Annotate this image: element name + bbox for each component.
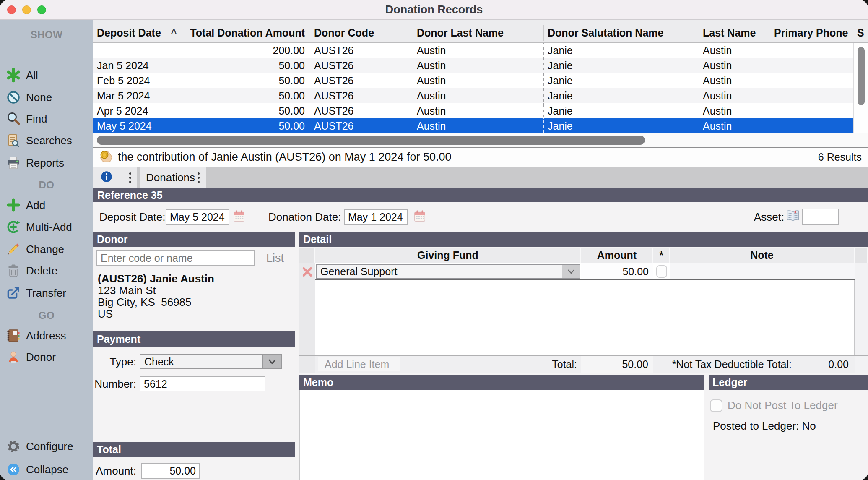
cell-amount: 200.00: [177, 43, 310, 58]
detail-column-note: Note: [670, 248, 855, 263]
payment-number-input[interactable]: [140, 376, 265, 391]
address-book-icon: [5, 327, 22, 344]
not-tax-deductible-checkbox[interactable]: [656, 265, 667, 278]
drag-handle-icon[interactable]: [198, 172, 200, 183]
memo-textarea[interactable]: [299, 390, 704, 480]
horizontal-scrollbar[interactable]: [93, 133, 868, 147]
empty-star-column: [653, 280, 670, 355]
giving-fund-cell: General Support: [315, 263, 581, 280]
column-header-primary-phone[interactable]: Primary Phone: [770, 25, 853, 41]
detail-total-value: 50.00: [581, 356, 653, 373]
sidebar-item-multi-add[interactable]: Multi-Add: [0, 219, 93, 235]
asset-book-icon[interactable]: [785, 208, 801, 226]
cell-donor-salutation-name: Janie: [544, 73, 699, 88]
sidebar-item-reports[interactable]: Reports: [0, 154, 93, 171]
donation-date-input[interactable]: [344, 209, 408, 225]
app-window: Donation Records SHOW All None Find Sear…: [0, 0, 868, 480]
asset-input[interactable]: [802, 209, 839, 225]
column-header-partial[interactable]: S: [853, 25, 868, 41]
printer-icon: [5, 154, 22, 171]
deposit-date-input[interactable]: [166, 209, 229, 225]
asset-label: Asset:: [754, 211, 784, 224]
donor-search-input[interactable]: [96, 250, 255, 266]
tab-donations[interactable]: Donations: [140, 167, 206, 188]
column-header-label: Deposit Date: [97, 27, 161, 39]
not-tax-deductible-label: *Not Tax Deductible Total:: [672, 358, 792, 370]
cell-last-name: Austin: [699, 73, 770, 88]
do-not-post-checkbox[interactable]: [710, 399, 722, 412]
total-amount-input[interactable]: [141, 463, 200, 479]
calendar-icon[interactable]: [413, 209, 427, 225]
vertical-scrollbar[interactable]: [853, 43, 868, 133]
column-header-donor-code[interactable]: Donor Code: [310, 25, 413, 41]
empty-amount-column: [581, 280, 653, 355]
footer-note-column: *Not Tax Deductible Total: 0.00: [670, 356, 855, 373]
calendar-icon[interactable]: [232, 209, 246, 225]
chevron-down-icon[interactable]: [562, 265, 580, 278]
detail-gutter: [855, 280, 868, 355]
memo-section-header: Memo: [299, 375, 704, 390]
magnifier-icon: [5, 110, 22, 127]
payment-type-value: Check: [140, 355, 262, 368]
sidebar-item-find[interactable]: Find: [0, 110, 93, 127]
cell-amount: 50.00: [177, 73, 310, 88]
sidebar-item-add[interactable]: Add: [0, 197, 93, 214]
donor-country: US: [98, 308, 295, 320]
total-section-header: Total: [93, 442, 295, 457]
detail-column-gutter: [855, 248, 868, 263]
cell-donor-last-name: Austin: [413, 88, 544, 103]
table-row-selected[interactable]: May 5 2024 50.00 AUST26 Austin Janie Aus…: [93, 118, 853, 133]
sidebar-item-label: Address: [26, 329, 66, 342]
column-header-total-donation-amount[interactable]: Total Donation Amount: [177, 25, 310, 41]
detail-table-header: Giving Fund Amount * Note: [299, 248, 868, 263]
window-title: Donation Records: [0, 3, 868, 16]
sidebar-item-collapse[interactable]: Collapse: [0, 461, 93, 478]
column-header-last-name[interactable]: Last Name: [699, 25, 770, 41]
cell-donor-code: AUST26: [310, 58, 413, 73]
cell-donor-salutation-name: Janie: [544, 43, 699, 58]
table-row[interactable]: Feb 5 2024 50.00 AUST26 Austin Janie Aus…: [93, 73, 853, 88]
table-row[interactable]: Mar 5 2024 50.00 AUST26 Austin Janie Aus…: [93, 88, 853, 103]
column-header-donor-last-name[interactable]: Donor Last Name: [413, 25, 544, 41]
sidebar-item-change[interactable]: Change: [0, 241, 93, 258]
payment-type-select[interactable]: Check: [140, 354, 282, 369]
list-button[interactable]: List: [255, 252, 295, 265]
sidebar-item-delete[interactable]: Delete: [0, 262, 93, 279]
sidebar-item-label: None: [26, 91, 52, 104]
chevron-down-icon[interactable]: [262, 355, 281, 368]
ledger-section-header: Ledger: [709, 375, 868, 390]
table-row[interactable]: Jan 5 2024 50.00 AUST26 Austin Janie Aus…: [93, 58, 853, 73]
do-not-post-label: Do Not Post To Ledger: [728, 399, 838, 412]
cell-primary-phone: [770, 88, 853, 103]
add-line-item-button[interactable]: Add Line Item: [318, 357, 400, 371]
column-header-donor-salutation-name[interactable]: Donor Salutation Name: [544, 25, 699, 41]
vertical-scrollbar-thumb[interactable]: [858, 47, 865, 105]
minimize-button[interactable]: [22, 5, 31, 14]
line-amount-cell[interactable]: 50.00: [581, 263, 653, 280]
sidebar-item-all[interactable]: All: [0, 67, 93, 83]
donation-date-label: Donation Date:: [268, 211, 341, 224]
horizontal-scrollbar-thumb[interactable]: [97, 136, 645, 145]
donor-name: (AUST26) Janie Austin: [98, 273, 295, 284]
line-note-cell[interactable]: [670, 263, 855, 280]
sidebar-item-none[interactable]: None: [0, 89, 93, 106]
column-header-deposit-date[interactable]: Deposit Date^: [93, 25, 177, 41]
cell-donor-salutation-name: Janie: [544, 103, 699, 118]
close-button[interactable]: [7, 5, 16, 14]
table-row[interactable]: 200.00 AUST26 Austin Janie Austin: [93, 43, 853, 58]
left-column: Donor List (AUST26) Janie Austin 123 Mai…: [93, 232, 295, 480]
cell-last-name: Austin: [699, 43, 770, 58]
sidebar-item-configure[interactable]: Configure: [0, 438, 93, 455]
sidebar-item-label: Add: [26, 199, 45, 212]
total-section: Amount:: [93, 463, 295, 479]
sidebar-item-searches[interactable]: Searches: [0, 132, 93, 149]
sidebar-item-transfer[interactable]: Transfer: [0, 284, 93, 301]
drag-handle-icon[interactable]: [129, 172, 131, 183]
delete-line-icon[interactable]: [299, 263, 315, 280]
table-row[interactable]: Apr 5 2024 50.00 AUST26 Austin Janie Aus…: [93, 103, 853, 118]
zoom-button[interactable]: [37, 5, 46, 14]
info-tab[interactable]: [93, 167, 137, 188]
sidebar-item-donor[interactable]: Donor: [0, 349, 93, 365]
sidebar-item-address[interactable]: Address: [0, 327, 93, 344]
giving-fund-select[interactable]: General Support: [316, 264, 580, 279]
